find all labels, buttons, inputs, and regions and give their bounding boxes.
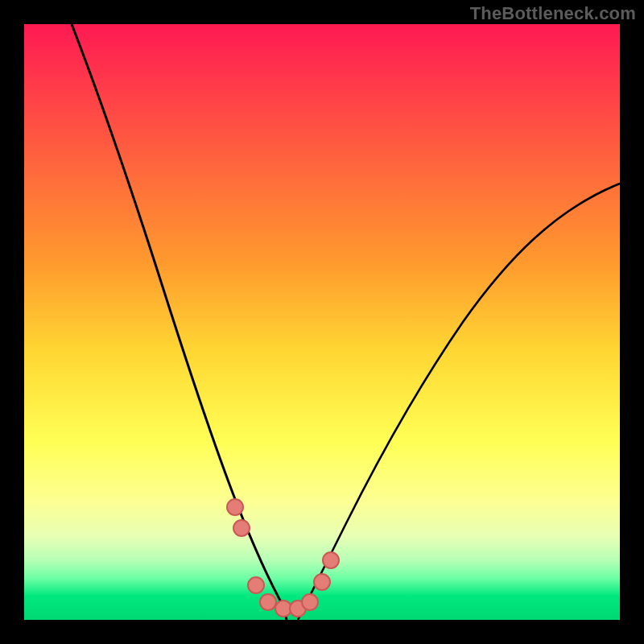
watermark-text: TheBottleneck.com — [470, 3, 636, 24]
marker — [248, 577, 264, 593]
chart-svg — [24, 24, 620, 620]
marker — [314, 574, 330, 590]
marker — [227, 499, 243, 515]
chart-frame: TheBottleneck.com — [0, 0, 644, 644]
plot-area — [24, 24, 620, 620]
left-curve — [72, 24, 287, 620]
marker — [260, 594, 276, 610]
marker-group — [227, 499, 339, 617]
right-curve — [298, 184, 620, 620]
marker — [323, 552, 339, 568]
marker — [302, 594, 318, 610]
marker — [233, 520, 250, 536]
